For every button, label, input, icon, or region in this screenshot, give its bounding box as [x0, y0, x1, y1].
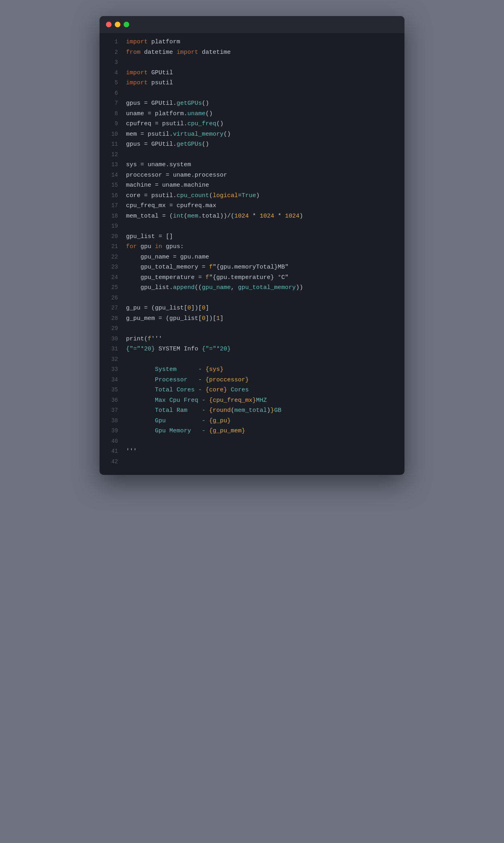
code-content-8: uname = platform.uname(): [126, 109, 213, 119]
token: gpu_total_memory =: [126, 264, 209, 271]
token: (): [224, 131, 231, 138]
token: MHZ: [256, 397, 267, 404]
line-number-39: 39: [104, 426, 118, 436]
line-number-20: 20: [104, 232, 118, 242]
line-number-12: 12: [104, 150, 118, 160]
token: ": [213, 264, 216, 271]
token: f: [148, 336, 151, 342]
line-9: 9cpufreq = psutil.cpu_freq(): [100, 119, 404, 129]
token: =: [238, 192, 242, 199]
line-15: 15machine = uname.machine: [100, 180, 404, 191]
token: 0: [202, 315, 205, 322]
token: MB": [278, 264, 289, 271]
line-7: 7gpus = GPUtil.getGPUs(): [100, 98, 404, 109]
line-12: 12: [100, 150, 404, 160]
code-content-40: [126, 436, 130, 447]
code-content-39: Gpu Memory - {g_pu_mem}: [126, 426, 245, 436]
line-number-14: 14: [104, 171, 118, 180]
line-number-40: 40: [104, 437, 118, 446]
line-10: 10mem = psutil.virtual_memory(): [100, 129, 404, 140]
line-number-27: 27: [104, 303, 118, 313]
token: import: [177, 49, 198, 56]
token: {cpu_freq_mx}: [209, 397, 256, 404]
token: *: [274, 213, 285, 220]
token: in: [155, 243, 162, 250]
code-content-26: [126, 293, 130, 303]
token: {core}: [205, 387, 227, 393]
token: print(: [126, 336, 148, 342]
line-31: 31{"="*20} SYSTEM Info {"="*20}: [100, 344, 404, 354]
line-number-3: 3: [104, 58, 118, 67]
token: ,: [231, 284, 238, 291]
token: {"="*20}: [126, 346, 155, 352]
token: ])[: [191, 305, 202, 312]
code-content-29: [126, 324, 130, 334]
code-content-17: cpu_freq_mx = cpufreq.max: [126, 201, 216, 211]
code-content-11: gpus = GPUtil.getGPUs(): [126, 139, 209, 150]
code-content-7: gpus = GPUtil.getGPUs(): [126, 98, 209, 109]
token: datetime: [140, 49, 177, 56]
line-number-16: 16: [104, 191, 118, 201]
line-17: 17cpu_freq_mx = cpufreq.max: [100, 201, 404, 211]
token: cpufreq = psutil.: [126, 120, 187, 127]
token: *: [249, 213, 260, 220]
minimize-button[interactable]: [115, 22, 120, 27]
token: Gpu -: [126, 417, 209, 424]
token: f: [209, 264, 213, 271]
token: gpus = GPUtil.: [126, 100, 177, 107]
code-content-9: cpufreq = psutil.cpu_freq(): [126, 119, 224, 129]
line-number-5: 5: [104, 78, 118, 88]
token: append: [173, 284, 195, 291]
line-number-28: 28: [104, 314, 118, 324]
line-number-32: 32: [104, 355, 118, 364]
line-21: 21for gpu in gpus:: [100, 242, 404, 252]
line-number-38: 38: [104, 416, 118, 426]
line-number-2: 2: [104, 48, 118, 57]
token: import: [126, 69, 148, 76]
token: {g_pu}: [209, 417, 231, 424]
code-content-32: [126, 354, 130, 365]
token: uname: [187, 110, 205, 117]
code-content-25: gpu_list.append((gpu_name, gpu_total_mem…: [126, 283, 303, 293]
close-button[interactable]: [106, 22, 112, 27]
line-number-41: 41: [104, 447, 118, 456]
token: GPUtil: [148, 69, 173, 76]
code-content-42: [126, 457, 130, 467]
line-number-11: 11: [104, 140, 118, 149]
code-content-4: import GPUtil: [126, 68, 173, 78]
token: GB: [274, 407, 281, 414]
line-number-23: 23: [104, 263, 118, 272]
line-30: 30print(f''': [100, 334, 404, 344]
token: {sys}: [205, 366, 224, 373]
code-content-19: [126, 221, 130, 232]
token: ]: [220, 315, 224, 322]
token: core = psutil.: [126, 192, 177, 199]
token: g_pu_mem = (gpu_list[: [126, 315, 202, 322]
line-32: 32: [100, 354, 404, 365]
code-content-12: [126, 150, 130, 160]
token: {gpu.memoryTotal}: [216, 264, 278, 271]
line-8: 8uname = platform.uname(): [100, 109, 404, 119]
line-40: 40: [100, 436, 404, 447]
code-content-36: Max Cpu Freq - {cpu_freq_mx}MHZ: [126, 395, 267, 406]
token: sys = uname.system: [126, 161, 191, 168]
token: from: [126, 49, 140, 56]
token: getGPUs: [177, 100, 202, 107]
token: (): [205, 110, 213, 117]
token: 0: [187, 305, 191, 312]
maximize-button[interactable]: [124, 22, 129, 27]
line-number-30: 30: [104, 334, 118, 344]
token: True: [242, 192, 256, 199]
titlebar: [100, 16, 404, 33]
token: ]: [205, 305, 209, 312]
token: logical: [213, 192, 238, 199]
token: ''': [151, 336, 162, 342]
token: 1024: [285, 213, 299, 220]
token: °C": [274, 274, 289, 281]
token: Cores: [227, 387, 249, 393]
line-number-9: 9: [104, 119, 118, 129]
code-content-2: from datetime import datetime: [126, 47, 231, 58]
code-content-1: import platform: [126, 37, 180, 47]
code-content-18: mem_total = (int(mem.total))/(1024 * 102…: [126, 211, 303, 222]
line-number-1: 1: [104, 37, 118, 47]
